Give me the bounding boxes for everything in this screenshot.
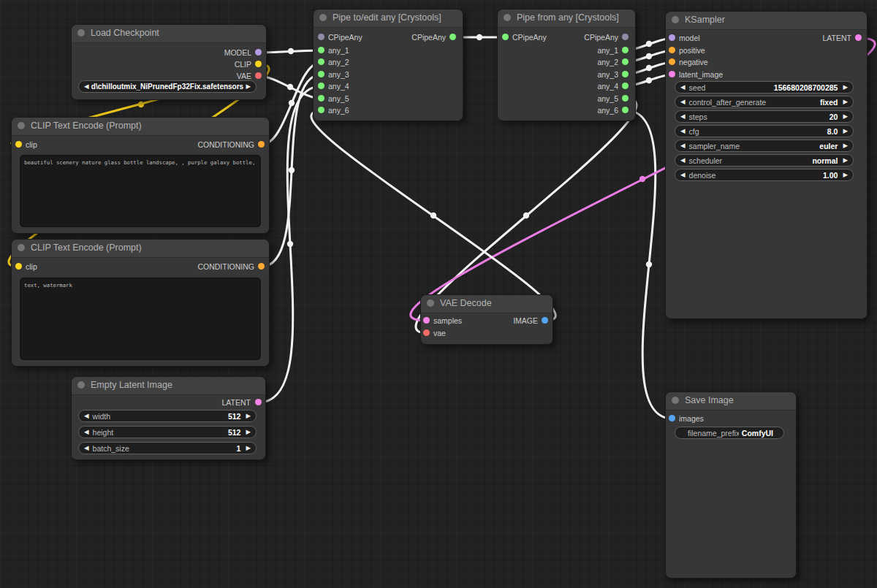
cfg-widget[interactable]: ◀ cfg 8.0 ▶ bbox=[675, 125, 854, 137]
link-midpoint-dot bbox=[287, 241, 293, 247]
input-port-any5[interactable] bbox=[318, 95, 324, 102]
denoise-widget[interactable]: ◀ denoise 1.00 ▶ bbox=[675, 169, 854, 181]
increment-arrow-icon[interactable]: ▶ bbox=[246, 445, 251, 451]
input-label-model: model bbox=[679, 34, 700, 42]
link-midpoint-dot bbox=[138, 102, 144, 107]
input-port-latent-image[interactable] bbox=[669, 71, 675, 77]
node-title: KSampler bbox=[685, 15, 725, 25]
input-label-any4: any_4 bbox=[328, 83, 349, 91]
widget-label: sampler_name bbox=[686, 142, 817, 150]
widget-label: control_after_generate bbox=[686, 98, 817, 107]
output-port-any4[interactable] bbox=[622, 83, 629, 89]
increment-arrow-icon[interactable]: ▶ bbox=[843, 113, 848, 120]
node-title: Load Checkpoint bbox=[91, 28, 159, 38]
collapse-dot-icon[interactable] bbox=[672, 16, 679, 23]
output-port-any2[interactable] bbox=[622, 58, 629, 65]
increment-arrow-icon[interactable]: ▶ bbox=[843, 99, 848, 105]
widget-label: scheduler bbox=[686, 156, 810, 165]
output-label-any1: any_1 bbox=[597, 47, 618, 55]
collapse-dot-icon[interactable] bbox=[319, 14, 327, 21]
output-port-any6[interactable] bbox=[622, 107, 629, 113]
output-port-cpipeany[interactable] bbox=[622, 34, 629, 40]
input-port-any3[interactable] bbox=[318, 71, 324, 77]
output-label-cpipeany: CPipeAny bbox=[584, 34, 618, 42]
input-port-positive[interactable] bbox=[669, 47, 675, 53]
collapse-dot-icon[interactable] bbox=[504, 14, 511, 21]
input-port-cpipeany[interactable] bbox=[318, 34, 324, 40]
output-port-cpipeany[interactable] bbox=[449, 34, 456, 40]
output-port-any3[interactable] bbox=[622, 71, 629, 77]
input-port-vae[interactable] bbox=[423, 329, 430, 336]
ckpt-name-widget[interactable]: ◀ d\chilloutmix_NiPrunedFp32Fix.safetens… bbox=[78, 80, 257, 93]
increment-arrow-icon[interactable]: ▶ bbox=[843, 157, 848, 164]
link-midpoint-dot bbox=[287, 84, 293, 90]
increment-arrow-icon[interactable]: ▶ bbox=[843, 142, 848, 149]
filename-prefix-widget[interactable]: filename_prefix ComfyUI bbox=[675, 427, 784, 439]
graph-canvas[interactable]: Load Checkpoint MODEL CLIP VAE ◀ d\chill… bbox=[0, 0, 877, 588]
input-port-images[interactable] bbox=[669, 415, 675, 421]
control-after-generate-widget[interactable]: ◀ control_after_generate fixed ▶ bbox=[675, 96, 854, 108]
prompt-textarea[interactable]: beautiful scenery nature glass bottle la… bbox=[20, 155, 261, 227]
increment-arrow-icon[interactable]: ▶ bbox=[246, 429, 251, 435]
prompt-textarea[interactable]: text, watermark bbox=[20, 278, 261, 360]
collapse-dot-icon[interactable] bbox=[18, 122, 25, 129]
height-widget[interactable]: ◀ height 512 ▶ bbox=[78, 426, 257, 438]
input-label-any5: any_5 bbox=[328, 95, 349, 103]
node-title: Save Image bbox=[685, 396, 734, 405]
input-port-cpipeany[interactable] bbox=[502, 34, 509, 40]
collapse-dot-icon[interactable] bbox=[77, 29, 85, 37]
output-port-vae[interactable] bbox=[255, 72, 262, 79]
link-midpoint-dot bbox=[646, 41, 652, 47]
collapse-dot-icon[interactable] bbox=[672, 397, 679, 404]
link-midpoint-dot bbox=[288, 48, 294, 54]
sampler-name-widget[interactable]: ◀ sampler_name euler ▶ bbox=[675, 140, 854, 152]
widget-value: 1.00 bbox=[820, 171, 843, 180]
link-midpoint-dot bbox=[646, 261, 652, 267]
output-port-conditioning[interactable] bbox=[258, 263, 265, 270]
output-label-conditioning: CONDITIONING bbox=[197, 141, 254, 149]
input-port-any2[interactable] bbox=[318, 58, 324, 65]
input-port-negative[interactable] bbox=[669, 58, 675, 65]
output-port-image[interactable] bbox=[542, 317, 548, 324]
seed-widget[interactable]: ◀ seed 156680208700285 ▶ bbox=[675, 81, 854, 93]
link-midpoint-dot bbox=[646, 77, 652, 83]
input-port-any1[interactable] bbox=[318, 47, 324, 53]
input-port-model[interactable] bbox=[669, 34, 675, 41]
increment-arrow-icon[interactable]: ▶ bbox=[246, 413, 251, 419]
collapse-dot-icon[interactable] bbox=[77, 381, 85, 389]
input-label-negative: negative bbox=[679, 58, 708, 66]
increment-arrow-icon[interactable]: ▶ bbox=[843, 84, 848, 91]
input-port-any6[interactable] bbox=[318, 107, 324, 113]
node-title: Pipe to/edit any [Crystools] bbox=[333, 13, 441, 23]
output-port-clip[interactable] bbox=[255, 61, 262, 67]
next-arrow-icon[interactable]: ▶ bbox=[246, 83, 251, 90]
widget-label: denoise bbox=[686, 171, 820, 180]
input-port-clip[interactable] bbox=[15, 141, 22, 148]
node-title: Empty Latent Image bbox=[91, 381, 172, 390]
scheduler-widget[interactable]: ◀ scheduler normal ▶ bbox=[675, 154, 854, 167]
widget-value: normal bbox=[809, 156, 843, 165]
output-port-any5[interactable] bbox=[622, 95, 629, 102]
widget-label: cfg bbox=[686, 127, 824, 136]
input-label-positive: positive bbox=[679, 47, 705, 55]
width-widget[interactable]: ◀ width 512 ▶ bbox=[78, 410, 257, 422]
widget-label: seed bbox=[686, 83, 771, 92]
steps-widget[interactable]: ◀ steps 20 ▶ bbox=[675, 110, 854, 123]
collapse-dot-icon[interactable] bbox=[18, 244, 25, 251]
output-port-latent[interactable] bbox=[255, 399, 262, 405]
batch-size-widget[interactable]: ◀ batch_size 1 ▶ bbox=[78, 442, 257, 454]
widget-label: batch_size bbox=[89, 444, 234, 453]
output-port-model[interactable] bbox=[255, 49, 262, 56]
output-port-conditioning[interactable] bbox=[258, 141, 265, 148]
increment-arrow-icon[interactable]: ▶ bbox=[843, 128, 848, 134]
input-port-any4[interactable] bbox=[318, 83, 324, 89]
output-port-latent[interactable] bbox=[855, 34, 862, 41]
link-midpoint-dot bbox=[477, 34, 482, 40]
widget-label: height bbox=[89, 428, 225, 437]
collapse-dot-icon[interactable] bbox=[427, 299, 434, 307]
input-port-samples[interactable] bbox=[423, 317, 430, 324]
input-port-clip[interactable] bbox=[15, 263, 22, 270]
input-label-vae: vae bbox=[433, 329, 446, 337]
output-port-any1[interactable] bbox=[622, 47, 629, 53]
increment-arrow-icon[interactable]: ▶ bbox=[843, 172, 848, 178]
